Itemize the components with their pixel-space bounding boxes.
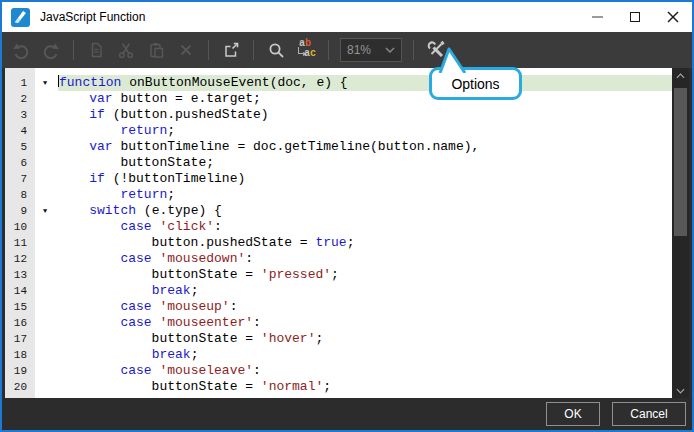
close-button[interactable] — [654, 3, 692, 31]
code-line[interactable]: 20 buttonState = 'normal'; — [5, 379, 672, 395]
code-line[interactable]: 4 return; — [5, 123, 672, 139]
line-number: 9 — [5, 203, 32, 219]
scrollbar-thumb[interactable] — [674, 88, 687, 236]
replace-button[interactable]: ab ac — [293, 37, 319, 63]
fold-arrow-icon[interactable]: ▼ — [32, 203, 58, 219]
code-line[interactable]: 13 buttonState = 'pressed'; — [5, 267, 672, 283]
minimize-icon — [592, 16, 603, 18]
code-line[interactable]: 10 case 'click': — [5, 219, 672, 235]
fold-spacer — [32, 267, 58, 283]
search-button[interactable] — [263, 37, 289, 63]
fold-spacer — [32, 331, 58, 347]
code-editor[interactable]: 1▼function onButtonMouseEvent(doc, e) {2… — [5, 68, 689, 398]
code-text: var buttonTimeline = doc.getTimeline(but… — [58, 139, 672, 155]
line-number: 14 — [5, 283, 32, 299]
code-text: function onButtonMouseEvent(doc, e) { — [58, 75, 672, 91]
fold-spacer — [32, 123, 58, 139]
chevron-down-icon — [676, 388, 685, 394]
line-number: 1 — [5, 75, 32, 91]
zoom-level-dropdown[interactable]: 81% — [340, 38, 402, 62]
replace-icon-bottom-text: ac — [304, 48, 316, 59]
code-text: return; — [58, 123, 672, 139]
redo-button[interactable] — [38, 37, 64, 63]
line-number: 4 — [5, 123, 32, 139]
code-line[interactable]: 3 if (button.pushedState) — [5, 107, 672, 123]
fold-spacer — [32, 219, 58, 235]
paste-button[interactable] — [143, 37, 169, 63]
ok-button[interactable]: OK — [546, 402, 600, 426]
fold-spacer — [32, 139, 58, 155]
maximize-button[interactable] — [616, 3, 654, 31]
external-editor-button[interactable] — [218, 37, 244, 63]
code-text: return; — [58, 187, 672, 203]
code-line[interactable]: 11 button.pushedState = true; — [5, 235, 672, 251]
title-bar: JavaScript Function — [2, 2, 692, 32]
line-number: 13 — [5, 267, 32, 283]
javascript-function-dialog: JavaScript Function — [0, 0, 694, 432]
fold-spacer — [32, 299, 58, 315]
fold-spacer — [32, 235, 58, 251]
code-line[interactable]: 2 var button = e.target; — [5, 91, 672, 107]
delete-button[interactable] — [173, 37, 199, 63]
code-line[interactable]: 1▼function onButtonMouseEvent(doc, e) { — [5, 75, 672, 91]
code-line[interactable]: 12 case 'mousedown': — [5, 251, 672, 267]
fold-arrow-icon[interactable]: ▼ — [32, 75, 58, 91]
code-line[interactable]: 8 return; — [5, 187, 672, 203]
code-text: buttonState; — [58, 155, 672, 171]
code-line[interactable]: 7 if (!buttonTimeline) — [5, 171, 672, 187]
line-number: 7 — [5, 171, 32, 187]
cancel-button[interactable]: Cancel — [612, 402, 686, 426]
code-text: switch (e.type) { — [58, 203, 672, 219]
chevron-up-icon — [676, 73, 685, 79]
cut-button[interactable] — [113, 37, 139, 63]
code-editor-lines: 1▼function onButtonMouseEvent(doc, e) {2… — [5, 68, 672, 398]
code-line[interactable]: 18 break; — [5, 347, 672, 363]
fold-spacer — [32, 363, 58, 379]
code-line[interactable]: 5 var buttonTimeline = doc.getTimeline(b… — [5, 139, 672, 155]
code-text: if (!buttonTimeline) — [58, 171, 672, 187]
toolbar-separator — [413, 40, 414, 60]
code-text: case 'mouseleave': — [58, 363, 672, 379]
code-line[interactable]: 6 buttonState; — [5, 155, 672, 171]
external-editor-icon — [222, 41, 240, 59]
code-line[interactable]: 9▼ switch (e.type) { — [5, 203, 672, 219]
code-line[interactable]: 15 case 'mouseup': — [5, 299, 672, 315]
scrollbar-up-button[interactable] — [672, 68, 689, 83]
options-callout-tail — [436, 47, 470, 73]
undo-button[interactable] — [8, 37, 34, 63]
code-text: break; — [58, 283, 672, 299]
minimize-button[interactable] — [578, 3, 616, 31]
toolbar-separator — [253, 40, 254, 60]
line-number: 12 — [5, 251, 32, 267]
line-number: 2 — [5, 91, 32, 107]
copy-button[interactable] — [83, 37, 109, 63]
app-icon — [11, 8, 30, 27]
line-number: 5 — [5, 139, 32, 155]
chevron-down-icon — [385, 47, 395, 53]
code-text: case 'click': — [58, 219, 672, 235]
line-number: 11 — [5, 235, 32, 251]
cut-icon — [117, 41, 135, 59]
replace-icon: ab ac — [295, 39, 317, 61]
code-text: var button = e.target; — [58, 91, 672, 107]
fold-spacer — [32, 155, 58, 171]
code-line[interactable]: 19 case 'mouseleave': — [5, 363, 672, 379]
toolbar: ab ac 81% — [2, 32, 692, 68]
vertical-scrollbar[interactable] — [672, 68, 689, 398]
maximize-icon — [630, 12, 640, 22]
code-text: case 'mouseup': — [58, 299, 672, 315]
code-line[interactable]: 14 break; — [5, 283, 672, 299]
fold-spacer — [32, 283, 58, 299]
code-text: break; — [58, 347, 672, 363]
fold-spacer — [32, 347, 58, 363]
code-text: case 'mousedown': — [58, 251, 672, 267]
code-line[interactable]: 17 buttonState = 'hover'; — [5, 331, 672, 347]
copy-icon — [87, 41, 105, 59]
scrollbar-down-button[interactable] — [672, 383, 689, 398]
zoom-level-value: 81% — [347, 43, 385, 57]
code-text: buttonState = 'normal'; — [58, 379, 672, 395]
fold-spacer — [32, 251, 58, 267]
fold-spacer — [32, 315, 58, 331]
toolbar-separator — [208, 40, 209, 60]
code-line[interactable]: 16 case 'mouseenter': — [5, 315, 672, 331]
